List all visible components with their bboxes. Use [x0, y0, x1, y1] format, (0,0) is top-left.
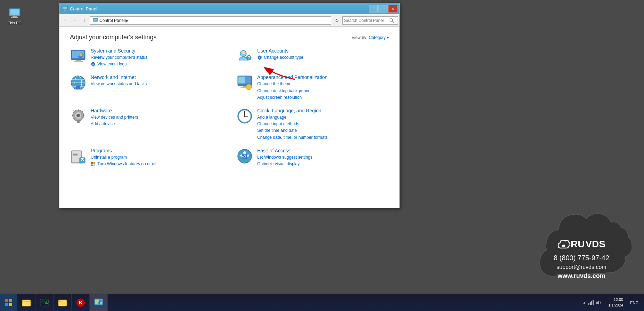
system-security-link-0[interactable]: Review your computer's status: [91, 54, 147, 61]
maximize-button[interactable]: □: [378, 5, 388, 13]
network-link-0[interactable]: View network status and tasks: [91, 81, 147, 87]
svg-rect-88: [588, 303, 589, 305]
forward-button[interactable]: →: [71, 16, 79, 25]
shield-small-icon2: [257, 55, 262, 60]
taskbar: C:\> K: [0, 294, 644, 311]
ease-link-0[interactable]: Let Windows suggest settings: [257, 154, 312, 161]
hardware-link-0[interactable]: View devices and printers: [91, 114, 138, 121]
svg-marker-92: [596, 301, 599, 305]
programs-content: Programs Uninstall a program Turn Window…: [91, 148, 156, 167]
titlebar: Control Panel − □ ✕: [59, 3, 399, 14]
svg-rect-75: [22, 301, 31, 306]
back-button[interactable]: ←: [61, 16, 69, 25]
category-appearance: Appearance and Personalization Change th…: [236, 74, 389, 101]
appearance-link-0[interactable]: Change the theme: [257, 81, 327, 87]
shield-small-icon: [91, 62, 96, 67]
svg-rect-29: [75, 89, 82, 90]
svg-text:♿: ♿: [242, 153, 247, 159]
ease-link-1[interactable]: Optimize visual display: [257, 161, 312, 167]
user-accounts-title[interactable]: User Accounts: [257, 48, 303, 54]
close-button[interactable]: ✕: [388, 5, 397, 13]
ease-icon: ♿: [236, 148, 253, 165]
appearance-link-1[interactable]: Change desktop background: [257, 88, 327, 94]
taskbar-terminal[interactable]: C:\>: [35, 294, 54, 311]
svg-rect-70: [5, 299, 8, 302]
user-accounts-content: User Accounts Change account type: [257, 48, 303, 61]
svg-text:?: ?: [247, 55, 250, 60]
ruvds-email: support@ruvds.com: [554, 264, 609, 270]
view-by: View by: Category ▾: [352, 35, 389, 40]
appearance-title[interactable]: Appearance and Personalization: [257, 74, 327, 80]
svg-text:K: K: [79, 300, 82, 305]
svg-rect-33: [238, 77, 245, 83]
taskbar-clock: 12:00 1/1/2024: [605, 297, 626, 308]
controlpanel-icon: [94, 297, 104, 307]
category-network: Network and Internet View network status…: [70, 74, 222, 101]
svg-rect-7: [63, 11, 66, 11]
ruvds-logo-ru: RU: [571, 239, 585, 250]
filemanager-icon: [58, 298, 67, 308]
svg-rect-90: [591, 301, 592, 305]
svg-rect-2: [13, 16, 17, 17]
svg-rect-9: [93, 19, 97, 21]
network-title[interactable]: Network and Internet: [91, 74, 147, 80]
taskbar-explorer[interactable]: [17, 294, 35, 311]
appearance-link-2[interactable]: Adjust screen resolution: [257, 94, 327, 101]
system-security-title[interactable]: System and Security: [91, 48, 147, 54]
ruvds-phone: 8 (800) 775-97-42: [554, 254, 609, 262]
desktop-icon-thispc[interactable]: This PC: [4, 7, 25, 25]
programs-link-1[interactable]: Turn Windows features on or off: [91, 161, 156, 167]
search-input[interactable]: [344, 18, 389, 23]
taskbar-filemanager[interactable]: [54, 294, 72, 311]
clock-link-2[interactable]: Set the time and date: [257, 127, 328, 134]
svg-point-22: [259, 57, 260, 58]
svg-point-19: [242, 51, 245, 54]
taskbar-kaspersky[interactable]: K: [72, 294, 90, 311]
ease-title[interactable]: Ease of Access: [257, 148, 312, 153]
taskbar-controlpanel[interactable]: [90, 294, 108, 311]
clock-icon: [236, 108, 253, 125]
svg-rect-78: [45, 302, 47, 304]
svg-rect-28: [76, 86, 80, 89]
explorer-icon: [22, 298, 31, 308]
svg-line-45: [73, 111, 74, 112]
svg-rect-5: [63, 7, 67, 9]
hardware-link-1[interactable]: Add a device: [91, 121, 138, 127]
category-user-accounts: ? User Accounts Change account type: [236, 48, 389, 67]
hardware-title[interactable]: Hardware: [91, 108, 138, 113]
svg-rect-61: [91, 165, 93, 166]
start-button[interactable]: [0, 294, 17, 311]
viewby-dropdown[interactable]: Category ▾: [369, 35, 389, 40]
svg-rect-15: [74, 61, 83, 62]
clock-link-1[interactable]: Change input methods: [257, 121, 328, 127]
svg-rect-91: [593, 300, 594, 305]
svg-rect-34: [245, 77, 251, 83]
windows-small-icon: [91, 162, 96, 167]
minimize-button[interactable]: −: [369, 5, 378, 13]
taskbar-right: ▲ 12:00 1/1/2024 ENG: [580, 294, 644, 311]
svg-rect-14: [76, 60, 81, 61]
svg-line-11: [392, 21, 394, 23]
svg-rect-73: [9, 303, 12, 306]
systray-arrow[interactable]: ▲: [582, 301, 586, 304]
clock-link-0[interactable]: Add a language: [257, 114, 328, 121]
clock-title[interactable]: Clock, Language, and Region: [257, 108, 328, 113]
programs-title[interactable]: Programs: [91, 148, 156, 153]
user-accounts-link-0[interactable]: Change account type: [257, 54, 303, 61]
clock-date: 1/1/2024: [608, 303, 623, 308]
ruvds-content: RU VDS 8 (800) 775-97-42 support@ruvds.c…: [554, 239, 609, 280]
svg-rect-56: [73, 156, 78, 156]
hardware-content: Hardware View devices and printers Add a…: [91, 108, 138, 127]
refresh-button[interactable]: ↻: [333, 16, 341, 25]
clock-link-3[interactable]: Change date, time, or number formats: [257, 134, 328, 141]
taskbar-language[interactable]: ENG: [627, 301, 641, 305]
programs-link-0[interactable]: Uninstall a program: [91, 154, 156, 161]
svg-point-17: [92, 64, 94, 65]
search-box[interactable]: [342, 16, 398, 25]
svg-rect-30: [73, 87, 76, 88]
addressbar: ← → ↑ Control Panel ▶ ↻: [59, 14, 399, 27]
up-button[interactable]: ↑: [80, 16, 89, 25]
address-path[interactable]: Control Panel ▶: [90, 16, 331, 25]
system-security-link-1[interactable]: View event logs: [91, 61, 147, 67]
svg-point-37: [246, 84, 252, 90]
